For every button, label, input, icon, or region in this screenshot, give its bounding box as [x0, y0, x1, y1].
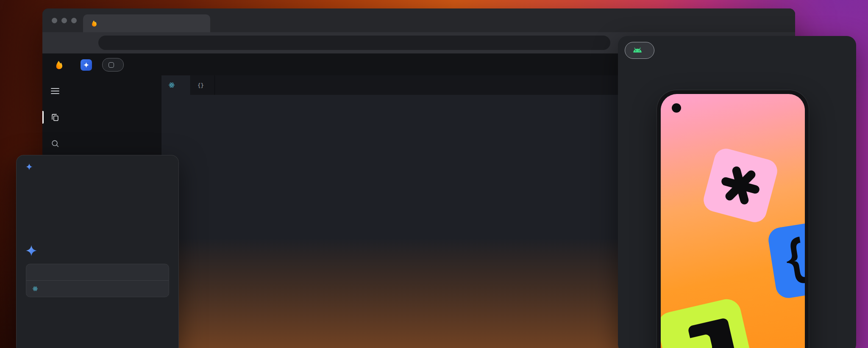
phone-screen[interactable]	[661, 94, 805, 348]
background-gradient: {}	[0, 0, 868, 348]
react-icon	[32, 286, 38, 292]
asterisk-shape	[715, 160, 765, 210]
task-card-header[interactable]	[26, 264, 169, 280]
menu-button[interactable]	[49, 85, 61, 97]
copy-pages-icon	[50, 113, 60, 122]
green-tile	[661, 296, 757, 348]
window-minimize-button[interactable]	[61, 18, 67, 23]
project-icon	[81, 59, 92, 71]
blue-tile	[767, 218, 805, 300]
firebase-logo-icon	[53, 60, 64, 70]
editor-tab-home-tsx[interactable]	[161, 75, 191, 95]
search-icon	[50, 139, 60, 148]
gemini-panel	[16, 155, 179, 348]
changed-file-row[interactable]	[26, 280, 169, 297]
react-icon	[168, 82, 175, 88]
pink-tile	[701, 146, 780, 225]
bracket-shape	[687, 318, 736, 348]
app-badge-icon	[108, 62, 114, 68]
project-id-badge[interactable]	[102, 58, 124, 72]
gemini-star-icon	[26, 163, 33, 170]
explorer-root-folder[interactable]	[68, 88, 161, 101]
browser-tabbar	[42, 8, 795, 32]
window-zoom-button[interactable]	[71, 18, 77, 23]
platform-toggle-group	[618, 36, 856, 59]
user-avatar	[26, 222, 42, 238]
user-message-row	[26, 222, 169, 238]
search-button[interactable]	[49, 137, 61, 150]
curly-brace-shape	[779, 234, 805, 289]
camera-punch-hole	[672, 103, 681, 113]
phone-mockup	[657, 90, 809, 348]
android-icon	[633, 47, 642, 53]
json-braces-icon: {}	[198, 82, 204, 88]
browser-tab[interactable]	[83, 14, 210, 32]
window-controls	[52, 18, 77, 23]
android-toggle[interactable]	[625, 42, 654, 59]
spark-icon	[83, 62, 89, 68]
hamburger-icon	[51, 88, 59, 94]
explorer-title	[68, 75, 161, 88]
address-bar[interactable]	[98, 36, 610, 50]
gemini-header	[26, 155, 169, 171]
assistant-message-row	[26, 245, 169, 256]
preview-panel	[618, 36, 856, 348]
gemini-star-icon	[26, 245, 37, 256]
firebase-favicon-icon	[90, 19, 97, 27]
explorer-button[interactable]	[49, 111, 61, 124]
task-card	[26, 264, 169, 297]
window-close-button[interactable]	[52, 18, 57, 23]
web-toggle[interactable]	[661, 42, 681, 59]
editor-tab-package-json[interactable]: {}	[191, 75, 215, 95]
